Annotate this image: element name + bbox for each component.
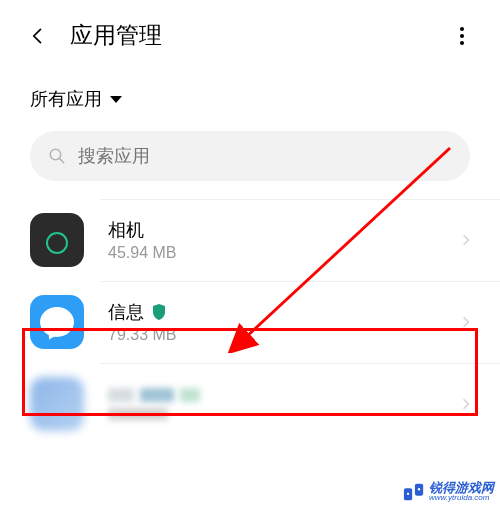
app-list: 相机 45.94 MB 信息 79.33 MB	[0, 199, 500, 445]
svg-point-5	[407, 492, 409, 494]
page-title: 应用管理	[70, 20, 452, 51]
watermark-logo-icon	[403, 482, 425, 502]
app-name: 相机	[108, 218, 144, 242]
search-input[interactable]	[78, 146, 452, 167]
chevron-right-icon	[462, 315, 470, 329]
messages-app-icon	[30, 295, 84, 349]
app-size: 45.94 MB	[108, 244, 462, 262]
filter-label: 所有应用	[30, 87, 102, 111]
search-icon	[48, 147, 66, 165]
blurred-app-icon	[30, 377, 84, 431]
blurred-app-size	[108, 408, 168, 420]
search-field[interactable]	[30, 131, 470, 181]
chevron-right-icon	[462, 233, 470, 247]
watermark-url: www.ytruida.com	[429, 494, 494, 502]
more-menu-icon[interactable]	[452, 26, 472, 46]
chevron-down-icon	[110, 96, 122, 103]
app-list-item-camera[interactable]: 相机 45.94 MB	[0, 199, 500, 281]
app-size: 79.33 MB	[108, 326, 462, 344]
svg-point-6	[418, 488, 420, 490]
back-button[interactable]	[28, 26, 48, 46]
app-list-item-blurred[interactable]	[0, 363, 500, 445]
shield-icon	[152, 304, 166, 320]
app-list-item-messages[interactable]: 信息 79.33 MB	[0, 281, 500, 363]
svg-line-1	[59, 158, 64, 163]
chevron-right-icon	[462, 397, 470, 411]
blurred-app-name	[108, 388, 462, 402]
camera-app-icon	[30, 213, 84, 267]
filter-dropdown[interactable]: 所有应用	[0, 69, 500, 131]
watermark: 锐得游戏网 www.ytruida.com	[403, 481, 494, 502]
app-name: 信息	[108, 300, 144, 324]
